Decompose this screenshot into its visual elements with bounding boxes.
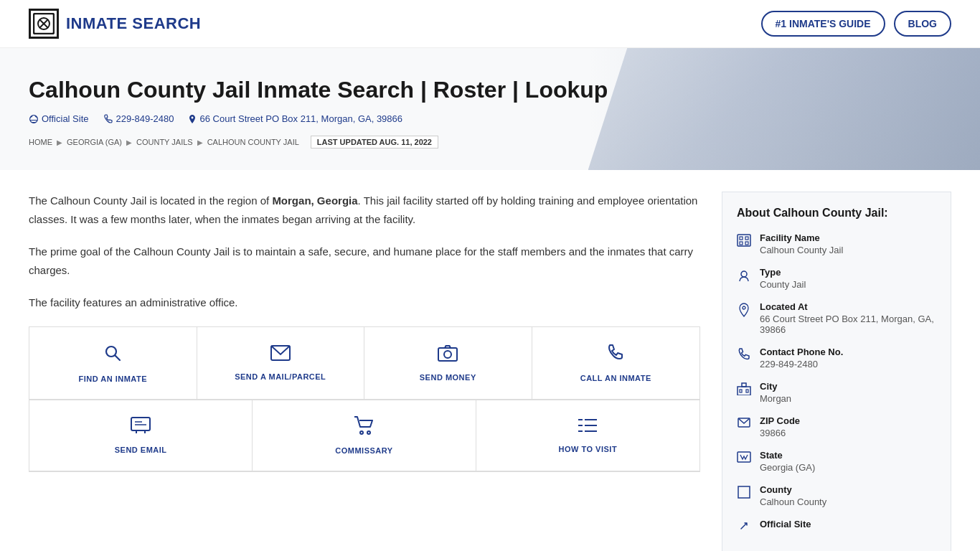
contact-phone-value: 229-849-2480 (760, 359, 843, 369)
find-inmate-action[interactable]: FIND AN INMATE (29, 327, 197, 400)
commissary-action[interactable]: COMMISSARY (253, 400, 476, 471)
type-label: Type (760, 267, 806, 278)
paragraph-1: The Calhoun County Jail is located in th… (29, 192, 700, 228)
type-icon (737, 268, 751, 286)
located-at-label: Located At (760, 301, 936, 312)
contact-phone-row: Contact Phone No. 229-849-2480 (737, 347, 936, 369)
svg-point-13 (367, 431, 370, 434)
breadcrumb: HOME ▶ GEORGIA (GA) ▶ COUNTY JAILS ▶ CAL… (29, 136, 951, 149)
how-to-visit-label: HOW TO VISIT (559, 445, 618, 453)
address-text: 66 Court Street PO Box 211, Morgan, GA, … (199, 113, 402, 124)
phone-icon (606, 344, 625, 367)
facility-name-row: Facility Name Calhoun County Jail (737, 232, 936, 255)
svg-point-12 (360, 431, 363, 434)
state-value: Georgia (GA) (760, 462, 815, 473)
city-row: City Morgan (737, 381, 936, 404)
zip-icon (737, 417, 751, 432)
inmates-guide-button[interactable]: #1 INMATE'S GUIDE (761, 11, 885, 37)
header: INMATE SEARCH #1 INMATE'S GUIDE BLOG (0, 0, 980, 48)
call-inmate-label: CALL AN INMATE (580, 374, 651, 382)
location-icon (737, 303, 751, 321)
phone-link[interactable]: 229-849-2480 (103, 113, 174, 124)
header-nav: #1 INMATE'S GUIDE BLOG (761, 11, 951, 37)
state-label: State (760, 450, 815, 461)
svg-rect-27 (742, 383, 746, 387)
svg-rect-23 (740, 242, 743, 245)
cart-icon (354, 416, 374, 439)
svg-rect-7 (438, 348, 457, 361)
official-site-sidebar-label: Official Site (760, 519, 811, 529)
breadcrumb-county-jails[interactable]: COUNTY JAILS (136, 138, 193, 146)
breadcrumb-georgia[interactable]: GEORGIA (GA) (67, 138, 122, 146)
official-site-label: Official Site (42, 113, 89, 124)
type-row: Type County Jail (737, 267, 936, 290)
svg-rect-21 (740, 237, 743, 240)
how-to-visit-action[interactable]: HOW TO VISIT (476, 400, 699, 471)
logo-link[interactable]: INMATE SEARCH (29, 9, 201, 39)
blog-button[interactable]: BLOG (894, 11, 951, 37)
send-email-label: SEND EMAIL (115, 446, 167, 454)
breadcrumb-sep-1: ▶ (57, 138, 62, 146)
paragraph-3: The facility features an administrative … (29, 293, 700, 312)
county-value: Calhoun County (760, 496, 826, 507)
breadcrumb-home[interactable]: HOME (29, 138, 52, 146)
phone-number: 229-849-2480 (116, 113, 174, 124)
city-value: Morgan (760, 393, 791, 404)
action-grid-row2: SEND EMAIL COMMISSARY (29, 400, 700, 472)
last-updated-badge: LAST UPDATED AUG. 11, 2022 (311, 136, 438, 149)
contact-phone-icon (737, 348, 751, 364)
zip-label: ZIP Code (760, 415, 800, 426)
breadcrumb-sep-2: ▶ (126, 138, 132, 146)
official-site-link[interactable]: Official Site (29, 113, 89, 124)
mail-icon (270, 345, 291, 365)
svg-rect-24 (745, 242, 748, 245)
description: The Calhoun County Jail is located in th… (29, 192, 700, 312)
svg-line-5 (116, 355, 121, 360)
svg-point-8 (444, 351, 451, 358)
official-site-icon (737, 520, 751, 535)
send-email-action[interactable]: SEND EMAIL (29, 400, 253, 471)
svg-rect-32 (738, 486, 750, 498)
hero-background (588, 48, 980, 170)
paragraph-2: The prime goal of the Calhoun County Jai… (29, 242, 700, 279)
facility-name-label: Facility Name (760, 232, 843, 243)
svg-point-25 (741, 271, 747, 277)
facility-icon (737, 234, 751, 250)
breadcrumb-current: CALHOUN COUNTY JAIL (207, 138, 299, 146)
call-inmate-action[interactable]: CALL AN INMATE (532, 327, 700, 400)
zip-value: 39866 (760, 428, 800, 438)
message-icon (131, 417, 151, 438)
list-icon (578, 418, 597, 438)
zip-code-row: ZIP Code 39866 (737, 415, 936, 438)
county-row: County Calhoun County (737, 484, 936, 507)
svg-rect-22 (745, 237, 748, 240)
camera-icon (438, 344, 458, 366)
svg-rect-9 (131, 418, 150, 430)
send-mail-action[interactable]: SEND A MAIL/PARCEL (197, 327, 365, 400)
page-title: Calhoun County Jail Inmate Search | Rost… (29, 77, 951, 103)
hero-meta: Official Site 229-849-2480 66 Court Stre… (29, 113, 951, 124)
svg-rect-29 (746, 390, 748, 392)
about-card: About Calhoun County Jail: Facility Name… (722, 192, 951, 551)
located-at-value: 66 Court Street PO Box 211, Morgan, GA, … (760, 314, 936, 335)
commissary-label: COMMISSARY (335, 446, 392, 455)
official-site-row: Official Site (737, 519, 936, 535)
contact-phone-label: Contact Phone No. (760, 347, 843, 357)
send-money-action[interactable]: SEND MONEY (364, 327, 532, 400)
send-money-label: SEND MONEY (420, 373, 476, 382)
content-area: The Calhoun County Jail is located in th… (29, 192, 700, 551)
action-grid-row1: FIND AN INMATE SEND A MAIL/PARCEL (29, 326, 700, 400)
state-icon (737, 451, 751, 466)
sidebar: About Calhoun County Jail: Facility Name… (722, 192, 951, 551)
logo-text: INMATE SEARCH (66, 14, 201, 33)
send-mail-label: SEND A MAIL/PARCEL (235, 372, 326, 381)
breadcrumb-sep-3: ▶ (197, 138, 203, 146)
svg-rect-28 (740, 390, 742, 392)
state-row: State Georgia (GA) (737, 450, 936, 473)
address-item: 66 Court Street PO Box 211, Morgan, GA, … (188, 113, 402, 124)
main-container: The Calhoun County Jail is located in th… (0, 170, 980, 551)
located-at-row: Located At 66 Court Street PO Box 211, M… (737, 301, 936, 335)
search-icon (103, 343, 123, 367)
county-label: County (760, 484, 826, 495)
city-icon (737, 382, 751, 399)
